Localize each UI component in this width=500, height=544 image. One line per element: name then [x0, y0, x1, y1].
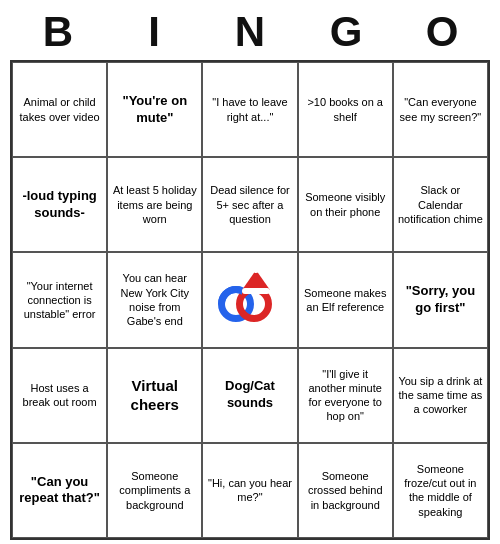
cell-text-b5: "Can you repeat that?"	[17, 474, 102, 508]
bingo-cell-i3[interactable]: You can hear New York City noise from Ga…	[107, 252, 202, 347]
svg-point-2	[253, 270, 259, 273]
bingo-cell-i4[interactable]: Virtual cheers	[107, 348, 202, 443]
bingo-grid: Animal or child takes over video"You're …	[10, 60, 490, 540]
bingo-title: B I N G O	[10, 0, 490, 60]
cell-text-b3: "Your internet connection is unstable" e…	[17, 279, 102, 322]
cell-text-i1: "You're on mute"	[112, 93, 197, 127]
bingo-cell-o4[interactable]: You sip a drink at the same time as a co…	[393, 348, 488, 443]
bingo-cell-b3[interactable]: "Your internet connection is unstable" e…	[12, 252, 107, 347]
cell-text-o1: "Can everyone see my screen?"	[398, 95, 483, 124]
cell-text-i5: Someone compliments a background	[112, 469, 197, 512]
bingo-cell-n5[interactable]: "Hi, can you hear me?"	[202, 443, 297, 538]
bingo-cell-i1[interactable]: "You're on mute"	[107, 62, 202, 157]
cell-text-g5: Someone crossed behind in background	[303, 469, 388, 512]
cell-text-i3: You can hear New York City noise from Ga…	[112, 271, 197, 328]
bingo-cell-g5[interactable]: Someone crossed behind in background	[298, 443, 393, 538]
letter-n: N	[206, 8, 294, 56]
cell-text-i4: Virtual cheers	[112, 376, 197, 415]
bingo-cell-g4[interactable]: "I'll give it another minute for everyon…	[298, 348, 393, 443]
letter-b: B	[14, 8, 102, 56]
bingo-cell-n2[interactable]: Dead silence for 5+ sec after a question	[202, 157, 297, 252]
bingo-cell-g3[interactable]: Someone makes an Elf reference	[298, 252, 393, 347]
bingo-cell-o1[interactable]: "Can everyone see my screen?"	[393, 62, 488, 157]
bingo-cell-b4[interactable]: Host uses a break out room	[12, 348, 107, 443]
bingo-cell-n3[interactable]	[202, 252, 297, 347]
bingo-cell-b2[interactable]: -loud typing sounds-	[12, 157, 107, 252]
bingo-cell-o5[interactable]: Someone froze/cut out in the middle of s…	[393, 443, 488, 538]
cell-text-o3: "Sorry, you go first"	[398, 283, 483, 317]
cell-text-n4: Dog/Cat sounds	[207, 378, 292, 412]
cell-text-o4: You sip a drink at the same time as a co…	[398, 374, 483, 417]
cell-text-g3: Someone makes an Elf reference	[303, 286, 388, 315]
letter-o: O	[398, 8, 486, 56]
cell-text-g1: >10 books on a shelf	[303, 95, 388, 124]
letter-g: G	[302, 8, 390, 56]
cell-text-b1: Animal or child takes over video	[17, 95, 102, 124]
cell-text-g2: Someone visibly on their phone	[303, 190, 388, 219]
cell-text-b2: -loud typing sounds-	[17, 188, 102, 222]
cell-text-n2: Dead silence for 5+ sec after a question	[207, 183, 292, 226]
cell-text-i2: At least 5 holiday items are being worn	[112, 183, 197, 226]
cell-text-o2: Slack or Calendar notification chime	[398, 183, 483, 226]
bingo-cell-i2[interactable]: At least 5 holiday items are being worn	[107, 157, 202, 252]
bingo-cell-g2[interactable]: Someone visibly on their phone	[298, 157, 393, 252]
bingo-cell-i5[interactable]: Someone compliments a background	[107, 443, 202, 538]
bingo-cell-o3[interactable]: "Sorry, you go first"	[393, 252, 488, 347]
svg-rect-1	[242, 288, 270, 294]
bingo-cell-g1[interactable]: >10 books on a shelf	[298, 62, 393, 157]
cell-text-n1: "I have to leave right at..."	[207, 95, 292, 124]
cell-text-o5: Someone froze/cut out in the middle of s…	[398, 462, 483, 519]
cell-text-n5: "Hi, can you hear me?"	[207, 476, 292, 505]
letter-i: I	[110, 8, 198, 56]
bingo-cell-n4[interactable]: Dog/Cat sounds	[202, 348, 297, 443]
cell-text-b4: Host uses a break out room	[17, 381, 102, 410]
bingo-cell-n1[interactable]: "I have to leave right at..."	[202, 62, 297, 157]
cell-text-g4: "I'll give it another minute for everyon…	[303, 367, 388, 424]
bingo-cell-b5[interactable]: "Can you repeat that?"	[12, 443, 107, 538]
bingo-cell-o2[interactable]: Slack or Calendar notification chime	[393, 157, 488, 252]
bingo-cell-b1[interactable]: Animal or child takes over video	[12, 62, 107, 157]
